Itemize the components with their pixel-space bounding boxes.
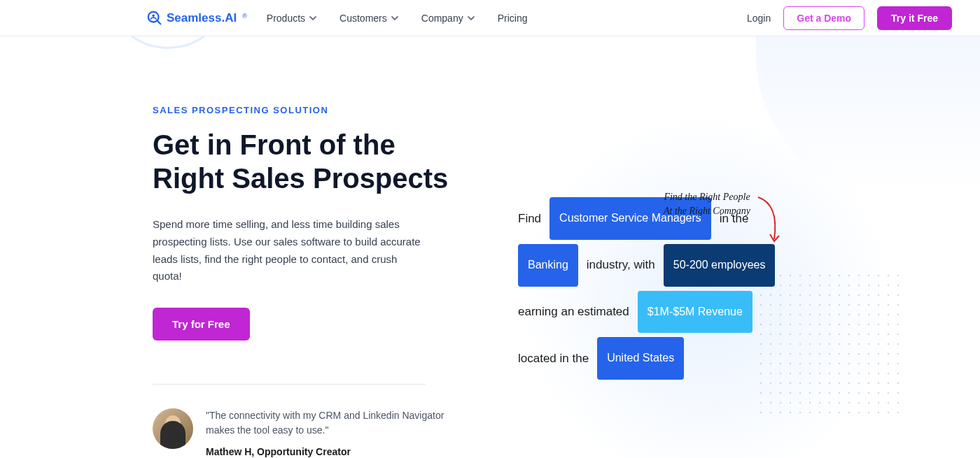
testimonial-author: Mathew H, Opportunity Creator [206,445,461,458]
title-line-1: Get in Front of the [153,129,396,160]
eyebrow-text: SALES PROSPECTING SOLUTION [153,105,461,115]
divider [153,384,426,385]
svg-line-2 [158,20,161,24]
search-builder-visual: Find the Right People At the Right Compa… [518,197,775,384]
dot-grid-decoration [760,274,899,414]
nav-label: Customers [340,13,387,24]
brand-name: Seamless.AI [167,11,237,25]
registered-mark: ® [242,13,247,20]
handwriting-line-2: At the Right Company [664,206,750,216]
hero-title: Get in Front of the Right Sales Prospect… [153,128,461,195]
hero-section: SALES PROSPECTING SOLUTION Get in Front … [0,36,980,458]
text-find: Find [518,202,541,236]
search-person-icon [147,10,162,26]
chip-employees: 50-200 employees [664,244,776,287]
primary-nav: Products Customers Company Pricing [267,13,528,24]
chevron-down-icon [309,14,317,22]
text-industry-with: industry, with [587,248,655,282]
nav-label: Pricing [498,13,528,24]
testimonial: "The connectivity with my CRM and Linked… [153,408,461,458]
nav-customers[interactable]: Customers [340,13,399,24]
builder-row-4: located in the United States [518,337,775,380]
nav-company[interactable]: Company [421,13,475,24]
main-header: Seamless.AI ® Products Customers Company… [0,0,980,36]
login-link[interactable]: Login [747,13,771,24]
search-builder-lines: Find Customer Service Managers in the Ba… [518,197,775,380]
text-located: located in the [518,342,589,375]
testimonial-quote: "The connectivity with my CRM and Linked… [206,408,461,438]
header-actions: Login Get a Demo Try it Free [747,6,952,30]
chip-industry: Banking [518,244,578,287]
testimonial-body: "The connectivity with my CRM and Linked… [206,408,461,458]
builder-row-3: earning an estimated $1M-$5M Revenue [518,291,775,334]
brand-logo[interactable]: Seamless.AI ® [147,10,247,26]
svg-point-1 [152,14,155,17]
handwriting-callout: Find the Right People At the Right Compa… [651,190,763,217]
text-earning: earning an estimated [518,295,629,329]
title-line-2: Right Sales Prospects [153,163,448,194]
chip-revenue: $1M-$5M Revenue [638,291,752,334]
avatar [153,408,193,449]
hero-content: SALES PROSPECTING SOLUTION Get in Front … [153,105,461,458]
chevron-down-icon [391,14,399,22]
nav-products[interactable]: Products [267,13,317,24]
handwriting-line-1: Find the Right People [664,192,750,202]
try-free-button[interactable]: Try it Free [877,6,952,30]
chevron-down-icon [467,14,475,22]
arrow-icon [755,194,783,250]
try-for-free-button[interactable]: Try for Free [153,308,250,341]
svg-rect-4 [760,274,899,414]
nav-label: Company [421,13,463,24]
nav-pricing[interactable]: Pricing [498,13,528,24]
nav-label: Products [267,13,305,24]
hero-description: Spend more time selling, and less time b… [153,216,426,285]
builder-row-2: Banking industry, with 50-200 employees [518,244,775,287]
get-demo-button[interactable]: Get a Demo [783,6,864,30]
chip-country: United States [597,337,684,380]
